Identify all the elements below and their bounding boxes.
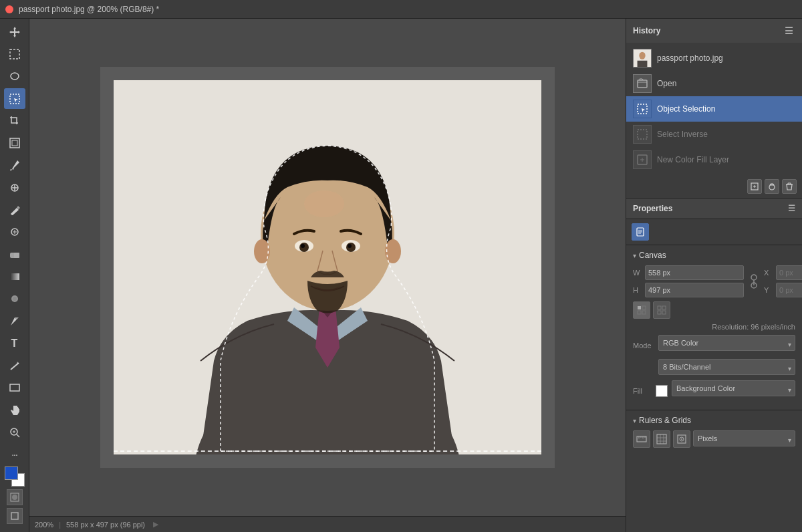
svg-rect-33 xyxy=(638,130,647,139)
units-dropdown[interactable]: Pixels Inches Centimeters Millimeters Po… xyxy=(693,430,795,446)
mode-dropdown[interactable]: RGB Color CMYK Color Grayscale Lab Color xyxy=(658,335,795,351)
y-label: Y xyxy=(764,286,773,294)
color-swatches xyxy=(5,467,25,529)
quick-mask-button[interactable] xyxy=(7,489,23,505)
gradient-tool[interactable] xyxy=(4,266,25,287)
document-title: passport photo.jpg @ 200% (RGB/8#) * xyxy=(19,5,159,14)
document-properties-tab[interactable] xyxy=(632,223,649,241)
lasso-tool[interactable] xyxy=(4,66,25,87)
svg-point-14 xyxy=(12,495,17,500)
history-color-fill-icon xyxy=(633,150,652,169)
canvas-area: 200% | 558 px x 497 px (96 ppi) ▶ xyxy=(29,19,626,532)
canvas-section-title[interactable]: ▾ Canvas xyxy=(633,251,795,260)
selection-bottom-line xyxy=(114,450,541,452)
x-input[interactable] xyxy=(776,265,802,280)
history-item-open-label: Open xyxy=(657,79,676,88)
history-menu-icon[interactable]: ☰ xyxy=(782,24,795,37)
path-selection-tool[interactable] xyxy=(4,355,25,376)
anchor-buttons xyxy=(633,301,795,319)
history-selection-icon xyxy=(633,100,652,118)
svg-rect-0 xyxy=(10,49,19,59)
bits-dropdown[interactable]: 8 Bits/Channel 16 Bits/Channel 32 Bits/C… xyxy=(658,359,795,375)
fill-label: Fill xyxy=(633,387,652,395)
height-input[interactable] xyxy=(645,283,744,297)
width-label: W xyxy=(633,269,642,277)
svg-point-1 xyxy=(11,73,19,80)
more-tools[interactable]: ··· xyxy=(4,444,25,465)
link-dimensions-button[interactable] xyxy=(748,272,760,291)
history-open-icon xyxy=(633,74,652,93)
anchor-top-left[interactable] xyxy=(633,301,650,319)
brush-tool[interactable] xyxy=(4,199,25,220)
delete-state-button[interactable] xyxy=(782,179,797,194)
create-document-button[interactable] xyxy=(747,179,762,194)
svg-rect-45 xyxy=(658,306,661,309)
svg-rect-48 xyxy=(662,311,666,314)
dodge-tool[interactable] xyxy=(4,289,25,309)
rulers-buttons: Pixels Inches Centimeters Millimeters Po… xyxy=(633,430,795,452)
svg-point-10 xyxy=(13,297,17,301)
zoom-level: 200% xyxy=(35,521,53,529)
panel-header-icons: ☰ xyxy=(782,24,795,37)
selection-marquee-tool[interactable] xyxy=(4,43,25,64)
properties-header: Properties ☰ xyxy=(626,198,802,219)
anchor-top-center[interactable] xyxy=(653,301,670,319)
eyedropper-tool[interactable] xyxy=(4,155,25,176)
pen-tool[interactable] xyxy=(4,311,25,331)
svg-rect-50 xyxy=(657,434,666,444)
canvas-container[interactable] xyxy=(29,19,626,516)
svg-rect-42 xyxy=(638,311,641,314)
fill-color-swatch[interactable] xyxy=(656,385,668,397)
eraser-tool[interactable] xyxy=(4,244,25,265)
properties-tabs xyxy=(626,219,802,245)
history-item-object-selection[interactable]: Object Selection xyxy=(626,96,802,122)
rulers-section-label: Rulers & Grids xyxy=(639,416,691,425)
object-selection-tool[interactable] xyxy=(4,88,25,109)
svg-point-53 xyxy=(681,438,682,440)
history-item-select-inverse[interactable]: Select Inverse xyxy=(626,122,802,147)
foreground-background-colors[interactable] xyxy=(5,467,25,487)
history-item-new-color-fill-label: New Color Fill Layer xyxy=(657,155,729,164)
frame-tool[interactable] xyxy=(4,132,25,153)
svg-point-25 xyxy=(348,244,352,248)
width-input[interactable] xyxy=(645,265,744,280)
svg-rect-11 xyxy=(10,384,19,391)
y-input[interactable] xyxy=(776,283,802,297)
rulers-icon-button[interactable] xyxy=(633,430,650,448)
svg-rect-41 xyxy=(638,306,641,309)
x-label: X xyxy=(764,269,773,277)
snap-icon-button[interactable] xyxy=(673,430,690,448)
crop-tool[interactable] xyxy=(4,110,25,131)
clone-stamp-tool[interactable] xyxy=(4,222,25,243)
mode-row: Mode RGB Color CMYK Color Grayscale Lab … xyxy=(633,335,795,356)
svg-point-38 xyxy=(751,275,757,280)
history-panel-header[interactable]: History ☰ xyxy=(626,19,802,43)
history-item-open[interactable]: Open xyxy=(626,71,802,96)
fill-row: Fill Background Color White Black Transp… xyxy=(633,380,795,402)
rulers-section-title[interactable]: ▾ Rulers & Grids xyxy=(633,416,795,425)
canvas-section-label: Canvas xyxy=(639,251,666,260)
document-canvas[interactable] xyxy=(114,80,541,454)
foreground-color-swatch[interactable] xyxy=(5,467,18,480)
move-tool[interactable] xyxy=(4,21,25,42)
healing-brush-tool[interactable] xyxy=(4,177,25,198)
history-item-label: passport photo.jpg xyxy=(657,53,723,63)
close-button[interactable] xyxy=(5,5,13,13)
text-tool[interactable]: T xyxy=(4,333,25,354)
canvas-section: ▾ Canvas W H xyxy=(626,245,802,410)
fill-dropdown[interactable]: Background Color White Black Transparent xyxy=(672,380,795,396)
grid-icon-button[interactable] xyxy=(653,430,670,448)
history-item-thumbnail[interactable]: passport photo.jpg xyxy=(626,45,802,71)
svg-rect-15 xyxy=(11,513,18,519)
properties-menu[interactable]: ☰ xyxy=(788,204,795,213)
title-bar: passport photo.jpg @ 200% (RGB/8#) * xyxy=(0,0,802,19)
svg-rect-43 xyxy=(642,306,646,309)
svg-rect-31 xyxy=(638,80,647,88)
new-snapshot-button[interactable] xyxy=(765,179,779,194)
properties-title: Properties xyxy=(633,204,672,213)
hand-tool[interactable] xyxy=(4,400,25,420)
history-item-new-color-fill[interactable]: New Color Fill Layer xyxy=(626,147,802,172)
screen-mode-button[interactable] xyxy=(7,508,23,524)
rectangle-shape-tool[interactable] xyxy=(4,378,25,398)
zoom-tool[interactable] xyxy=(4,422,25,442)
